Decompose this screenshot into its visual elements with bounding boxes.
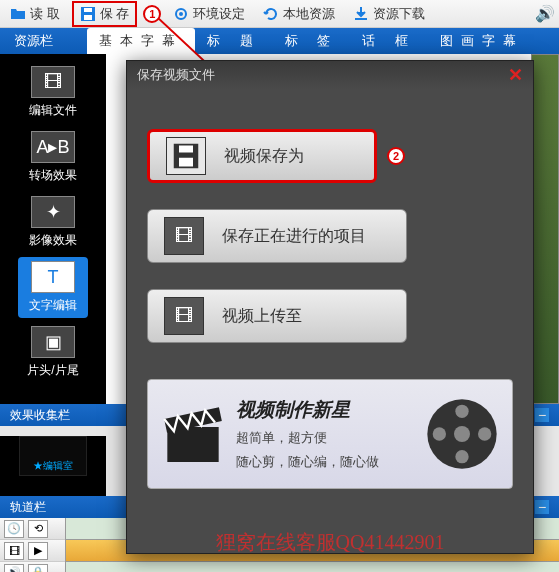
sidebar-item-edit-file[interactable]: 🎞 编辑文件	[18, 62, 88, 123]
effects-thumb[interactable]: ★编辑室	[19, 436, 87, 476]
text-icon: T	[31, 261, 75, 293]
promo-sub1: 超简单，超方便	[236, 429, 414, 447]
floppy-save-icon	[166, 137, 206, 175]
lock-button[interactable]: 🔒	[28, 564, 48, 573]
download-resource-button[interactable]: 资源下载	[347, 3, 431, 25]
tab-basic-subtitle[interactable]: 基本字幕	[87, 28, 195, 54]
svg-point-4	[179, 12, 183, 16]
resource-title: 资源栏	[0, 32, 67, 50]
film-icon: 🎞	[164, 217, 204, 255]
film-icon: 🎞	[164, 297, 204, 335]
top-toolbar: 读 取 保 存 1 环境设定 本地资源 资源下载 🔊	[0, 0, 559, 28]
svg-rect-8	[179, 158, 193, 167]
svg-rect-9	[167, 427, 218, 462]
save-button[interactable]: 保 存	[72, 1, 138, 27]
film-icon: 🎞	[31, 66, 75, 98]
local-resource-button[interactable]: 本地资源	[257, 3, 341, 25]
clip-icon: ▣	[31, 326, 75, 358]
promo-sub2: 随心剪，随心编，随心做	[236, 453, 414, 471]
film-reel-icon	[422, 394, 502, 474]
promo-title: 视频制作新星	[236, 397, 414, 423]
svg-point-16	[478, 427, 491, 440]
save-video-dialog: 保存视频文件 ✕ 视频保存为 2 🎞 保存正在进行的项目 🎞 视频上传至 视频制…	[126, 60, 534, 554]
gear-icon	[173, 6, 189, 22]
minimize-fx-button[interactable]: −	[535, 408, 549, 422]
tab-title[interactable]: 标 题	[195, 28, 273, 54]
close-icon[interactable]: ✕	[508, 64, 523, 86]
clapperboard-icon	[158, 399, 228, 469]
open-button[interactable]: 读 取	[4, 3, 66, 25]
tab-dialog-box[interactable]: 话 框	[350, 28, 428, 54]
rewind-button[interactable]: ⟲	[28, 520, 48, 538]
save-project-button[interactable]: 🎞 保存正在进行的项目	[147, 209, 407, 263]
dialog-titlebar: 保存视频文件 ✕	[127, 61, 533, 89]
folder-open-icon	[10, 6, 26, 22]
floppy-save-icon	[80, 6, 96, 22]
svg-rect-7	[179, 146, 193, 153]
minimize-track-button[interactable]: −	[535, 500, 549, 514]
sidebar: 🎞 编辑文件 A▸B 转场效果 ✦ 影像效果 T 文字编辑 ▣ 片头/片尾	[0, 54, 106, 404]
settings-button[interactable]: 环境设定	[167, 3, 251, 25]
refresh-icon	[263, 6, 279, 22]
effects-box: ★编辑室	[0, 436, 106, 496]
sparkle-icon: ✦	[31, 196, 75, 228]
svg-point-15	[433, 427, 446, 440]
video-track-button[interactable]: 🎞	[4, 542, 24, 560]
preview-thumb	[531, 54, 559, 404]
play-button[interactable]: ▶	[28, 542, 48, 560]
upload-video-button[interactable]: 🎞 视频上传至	[147, 289, 407, 343]
sidebar-item-video-effect[interactable]: ✦ 影像效果	[18, 192, 88, 253]
support-contact: 狸窝在线客服QQ41442901	[147, 529, 513, 556]
svg-rect-1	[84, 8, 92, 12]
download-icon	[353, 6, 369, 22]
clock-button[interactable]: 🕓	[4, 520, 24, 538]
tab-bar: 基本字幕 标 题 标 签 话 框 图画字幕	[87, 28, 536, 54]
sidebar-item-transition[interactable]: A▸B 转场效果	[18, 127, 88, 188]
annotation-marker-1: 1	[143, 5, 161, 23]
speaker-icon[interactable]: 🔊	[535, 4, 555, 23]
save-video-as-button[interactable]: 视频保存为	[147, 129, 377, 183]
sidebar-item-text-edit[interactable]: T 文字编辑	[18, 257, 88, 318]
tab-label[interactable]: 标 签	[273, 28, 351, 54]
svg-point-14	[455, 450, 468, 463]
track-controls: 🕓 ⟲ 🎞 ▶ 🔊 🔒	[0, 518, 66, 572]
svg-point-12	[454, 426, 470, 442]
svg-point-13	[455, 405, 468, 418]
tab-image-subtitle[interactable]: 图画字幕	[428, 28, 536, 54]
svg-rect-2	[84, 15, 92, 20]
resource-header: 资源栏 基本字幕 标 题 标 签 话 框 图画字幕	[0, 28, 559, 54]
sidebar-item-intro-outro[interactable]: ▣ 片头/片尾	[18, 322, 88, 383]
promo-banner: 视频制作新星 超简单，超方便 随心剪，随心编，随心做	[147, 379, 513, 489]
transition-icon: A▸B	[31, 131, 75, 163]
audio-track-button[interactable]: 🔊	[4, 564, 24, 573]
annotation-marker-2: 2	[387, 147, 405, 165]
